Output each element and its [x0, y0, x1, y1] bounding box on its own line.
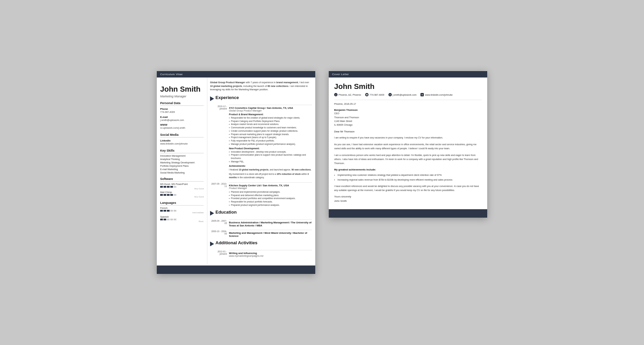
cv-email-value: j.smith@uptowork.com: [160, 119, 204, 122]
cv-main-content: Global Group Product Manager with 7 year…: [207, 77, 315, 264]
intro-bold4: 60 new collections: [267, 85, 288, 87]
exp-bullet: Manage product portfolio (product segmen…: [229, 143, 312, 146]
edu-content-1: Business Administration / Marketing Mana…: [229, 219, 312, 227]
cv-software-title: Software: [160, 177, 204, 182]
cover-recipient-company: Thomson and Thomson: [334, 116, 482, 119]
add-content-1: Writing and Influencing www.mymarketingc…: [229, 250, 312, 258]
dot: [167, 194, 170, 196]
lang-rating-label-1: Intermediate: [160, 212, 204, 214]
skill-item-1: Innovation Management: [160, 155, 204, 157]
contact-linkedin: in www.linkedin.com/johnutw: [420, 93, 452, 96]
exp-date-2: 2007-09 - 2010-11: [210, 182, 227, 207]
cover-header-bar: Cover Letter: [329, 71, 487, 77]
cover-divider: [334, 100, 482, 100]
cv-sidebar: John Smith Marketing Manager Personal Da…: [157, 77, 207, 264]
cover-paragraph-1: I am writing to enquire if you have any …: [334, 136, 482, 140]
exp-achievement-1: I finalized 10 global marketing projects…: [229, 168, 312, 171]
cv-title: Marketing Manager: [160, 95, 204, 98]
software-name-1: MS Excel, MS PowerPoint: [160, 183, 204, 185]
cv-document: Curriculum Vitae John Smith Marketing Ma…: [157, 71, 315, 274]
cover-contact-row: ● Phoenix, AZ, Phoenix ☎ 774-987-4009 ✉ …: [334, 93, 482, 96]
bold: 90 new collections: [291, 168, 311, 171]
exp-bullet: Prepare Category and Portfolio Deploymen…: [229, 120, 312, 123]
exp-bullet: Provided product portfolios and competit…: [229, 197, 312, 200]
contact-location: ● Phoenix, AZ, Phoenix: [334, 93, 361, 96]
cv-email-label: E-mail: [160, 116, 204, 119]
exp-content-2: Kitchen Supply Center Ltd / San Antonio,…: [229, 182, 312, 207]
lang-rating-label-2: Basic: [160, 220, 204, 222]
cover-sign-off: Yours sincerely: [334, 195, 482, 198]
contact-phone-text: 774-987-4009: [370, 94, 384, 96]
cv-bottom-bar: [157, 265, 315, 274]
exp-bullet: Prepared product segment performance ana…: [229, 203, 312, 207]
exp-date-1: 2010-12 - present: [210, 105, 227, 180]
cv-phone-value: 774-987-4009: [160, 111, 204, 114]
cover-salutation: Dear Mr Thomson: [334, 130, 482, 133]
dot-empty: [174, 186, 176, 188]
cover-paragraph-2: As you can see, I have had extensive vac…: [334, 143, 482, 151]
software-item-1: MS Excel, MS PowerPoint Very Good: [160, 183, 204, 190]
exp-company-1: XYZ Cosmetics Capital Group / San Antoni…: [229, 106, 312, 109]
skill-item-2: Analytical Thinking: [160, 158, 204, 160]
edu-entry-1: 2005-09 - 2007-05 Business Administratio…: [210, 219, 312, 227]
contact-linkedin-text: www.linkedin.com/johnutw: [425, 94, 452, 96]
cv-phone-label: Phone: [160, 107, 204, 111]
edu-date-2: 2000-10 - 2004-05: [210, 230, 227, 238]
edu-degree-2: Marketing and Management / West Miami Un…: [229, 231, 312, 238]
cover-name: John Smith: [334, 82, 482, 91]
exp-bullet: Innovation development - develop new pro…: [229, 150, 312, 154]
dot: [170, 186, 173, 188]
add-title-1: Writing and Influencing: [229, 252, 312, 255]
education-arrow-icon: [210, 211, 214, 216]
exp-bullet: Fully responsible for P&L of product por…: [229, 139, 312, 143]
phone-icon: ☎: [365, 93, 369, 96]
exp-bullet: Prepare communication plans to support n…: [229, 153, 312, 160]
cv-name: John Smith: [160, 85, 204, 94]
cover-recipient-name: Benjamin Thomson: [334, 108, 482, 112]
edu-degree-1: Business Administration / Marketing Mana…: [229, 221, 312, 227]
cv-header-bar: Curriculum Vitae: [157, 71, 315, 77]
contact-phone: ☎ 774-987-4009: [365, 93, 384, 96]
bold: 10 global marketing projects: [239, 168, 268, 171]
dot-empty: [167, 219, 170, 220]
exp-bullet: Manage P&L.: [229, 160, 312, 163]
contact-location-text: Phoenix, AZ, Phoenix: [339, 94, 361, 96]
additional-header: Additional Activities: [210, 240, 312, 248]
cv-languages-title: Languages: [160, 201, 204, 206]
cover-achievements-title: My greatest achievements include:: [334, 168, 482, 171]
cover-achievement-1: Implementing new customer relations stra…: [334, 173, 482, 177]
exp-entry-1: 2010-12 - present XYZ Cosmetics Capital …: [210, 105, 312, 180]
dot: [160, 186, 163, 188]
dot-empty: [174, 219, 176, 220]
dot-empty: [174, 210, 176, 212]
cover-recipient-address: 1140 Main Street: [334, 119, 482, 123]
exp-bullet: Responsible for product portfolio foreca…: [229, 200, 312, 203]
location-icon: ●: [334, 93, 338, 96]
edu-entry-2: 2000-10 - 2004-05 Marketing and Manageme…: [210, 230, 312, 238]
skill-item-6: Social Media Marketing: [160, 171, 204, 174]
exp-bullet: Planned and implemented promotional camp…: [229, 190, 312, 194]
cv-www-label: WWW: [160, 123, 204, 126]
dot-empty: [170, 219, 173, 220]
skill-item-4: Portfolio Deployment Plans: [160, 165, 204, 167]
exp-bullet: Prepare annual marketing plans to suppor…: [229, 133, 312, 136]
dot: [164, 186, 166, 188]
lang-name-2: Spanish: [160, 216, 204, 218]
experience-header: Experience: [210, 95, 312, 103]
additional-arrow-icon: [210, 242, 214, 246]
cover-recipient-city: IL 60605 Chicago: [334, 123, 482, 127]
cover-document: Cover Letter John Smith ● Phoenix, AZ, P…: [329, 71, 487, 217]
exp-entry-2: 2007-09 - 2010-11 Kitchen Supply Center …: [210, 182, 312, 207]
education-title: Education: [215, 210, 237, 215]
lang-item-2: Spanish Basic: [160, 216, 204, 222]
additional-title: Additional Activities: [215, 240, 257, 245]
exp-subtitle-1: Product & Brand Management:: [229, 113, 312, 116]
skill-item-5: E-mail Marketing: [160, 168, 204, 170]
experience-arrow-icon: [210, 96, 214, 101]
cover-header-label: Cover Letter: [332, 73, 349, 76]
cv-www-value: cv.uptowork.com/j.smith: [160, 126, 204, 130]
edu-content-2: Marketing and Management / West Miami Un…: [229, 230, 312, 238]
cover-paragraph-3: I am a conscientious person who works ha…: [334, 153, 482, 165]
contact-email-text: j.smith@uptowork.com: [393, 94, 417, 96]
exp-achievement-2: My involvement in a stock sell-off proje…: [229, 172, 312, 180]
